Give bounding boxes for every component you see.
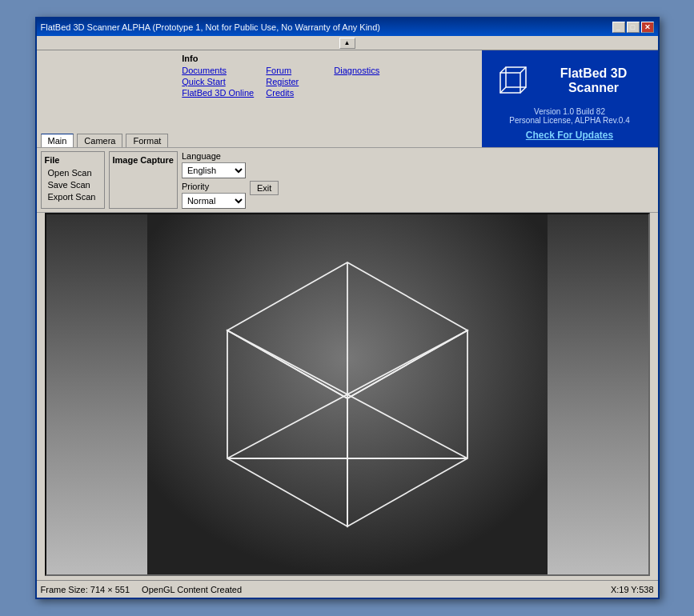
priority-label: Priority [182, 182, 246, 191]
language-label: Language [182, 151, 246, 161]
scroll-thumb[interactable]: ▲ [339, 38, 355, 49]
status-bar: Frame Size: 714 × 551 OpenGL Content Cre… [37, 580, 658, 598]
tab-format[interactable]: Format [126, 134, 168, 147]
link-documents[interactable]: Documents [182, 66, 262, 75]
viewport-container [37, 213, 658, 580]
minimize-button[interactable]: _ [612, 22, 625, 33]
frame-size-text: Frame Size: 714 × 551 [41, 585, 130, 594]
wireframe-cube [147, 214, 548, 574]
cube-icon [488, 57, 536, 105]
file-label: File [45, 155, 101, 165]
svg-line-4 [520, 87, 526, 93]
branding-panel: FlatBed 3D Scanner Version 1.0 Build 82 … [482, 50, 658, 147]
tab-main[interactable]: Main [41, 134, 74, 147]
svg-line-5 [500, 87, 506, 93]
export-scan-item[interactable]: Export Scan [45, 191, 101, 202]
link-register[interactable]: Register [266, 77, 330, 86]
status-left: Frame Size: 714 × 551 OpenGL Content Cre… [41, 585, 243, 594]
version-text: Version 1.0 Build 82 [534, 107, 605, 116]
title-bar: FlatBed 3D Scanner ALPHA (Prototype 1, N… [37, 18, 658, 36]
opengl-text: OpenGL Content Created [142, 585, 242, 594]
open-scan-item[interactable]: Open Scan [45, 167, 101, 178]
link-forum[interactable]: Forum [266, 66, 330, 75]
save-scan-item[interactable]: Save Scan [45, 179, 101, 190]
coordinates-text: X:19 Y:538 [611, 585, 654, 594]
svg-line-3 [520, 67, 526, 73]
branding-title: FlatBed 3D Scanner [536, 66, 652, 95]
license-text: Personal License, ALPHA Rev.0.4 [509, 116, 629, 125]
link-diagnostics[interactable]: Diagnostics [334, 66, 406, 75]
main-window: FlatBed 3D Scanner ALPHA (Prototype 1, N… [35, 17, 660, 599]
link-quickstart[interactable]: Quick Start [182, 77, 262, 86]
check-updates-link[interactable]: Check For Updates [526, 130, 613, 141]
scrollbar-area: ▲ [37, 36, 658, 50]
svg-line-2 [500, 67, 506, 73]
info-header: Info [182, 54, 473, 63]
maximize-button[interactable]: □ [627, 22, 640, 33]
exit-button[interactable]: Exit [250, 181, 279, 195]
window-title: FlatBed 3D Scanner ALPHA (Prototype 1, N… [41, 22, 381, 32]
language-dropdown[interactable]: English French German Spanish [182, 162, 246, 178]
close-button[interactable]: ✕ [641, 22, 654, 33]
viewport [45, 213, 650, 576]
link-credits[interactable]: Credits [266, 88, 330, 98]
tab-camera[interactable]: Camera [77, 134, 122, 147]
link-flatbed3donline[interactable]: FlatBed 3D Online [182, 88, 262, 98]
window-controls: _ □ ✕ [612, 22, 654, 33]
image-capture-label: Image Capture [113, 155, 174, 165]
priority-dropdown[interactable]: Low Normal High [182, 193, 246, 209]
